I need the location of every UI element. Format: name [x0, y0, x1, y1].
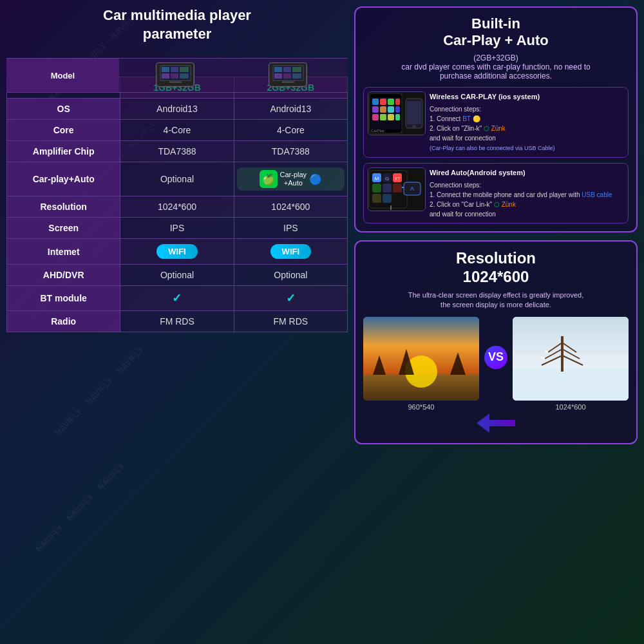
svg-rect-49	[383, 184, 392, 193]
zlink-icon: ⬡	[484, 125, 489, 132]
wifi-badge-1: WIFI	[156, 244, 197, 259]
svg-rect-30	[395, 106, 400, 113]
carplay-text: Car-play+Auto	[280, 171, 307, 187]
svg-rect-50	[393, 184, 402, 193]
val-bt-2: ✓	[234, 286, 347, 311]
label-internet: Intemet	[7, 239, 120, 265]
resolution-comparison: 960*540 VS	[363, 317, 629, 411]
svg-text:M: M	[375, 176, 379, 182]
val-internet-2: WIFI	[234, 239, 347, 265]
model-image-2	[269, 62, 307, 87]
table-row: Core 4-Core 4-Core	[7, 120, 348, 141]
right-panel: Built-in Car-Play + Auto (2GB+32GB) car …	[354, 6, 638, 638]
check-1: ✓	[172, 292, 182, 305]
carplay-badge: 🍏 Car-play+Auto 🔵	[237, 167, 345, 191]
label-carplay: Car-play+Auto	[7, 162, 120, 196]
vs-text: VS	[488, 350, 504, 364]
wireless-carplay-text: Wireless CAR-PLAY (ios system) Connectio…	[430, 91, 624, 153]
wired-auto-card: M G YT A	[363, 163, 629, 224]
svg-rect-29	[388, 106, 394, 113]
svg-rect-8	[180, 73, 189, 79]
svg-text:YT: YT	[395, 176, 401, 181]
res-image-left	[363, 317, 479, 401]
svg-rect-17	[283, 73, 291, 79]
resolution-section: Resolution 1024*600 The ultra-clear scre…	[354, 240, 638, 444]
svg-text:A: A	[410, 185, 414, 192]
table-row: OS Android13 Android13	[7, 99, 348, 120]
label-resolution: Resolution	[7, 196, 120, 218]
svg-rect-15	[292, 67, 301, 72]
wifi-badge-2: WIFI	[270, 244, 311, 259]
table-row: BT module ✓ ✓	[7, 286, 348, 311]
wired-auto-title: Wired Auto(Android system)	[430, 167, 624, 178]
svg-rect-36	[407, 101, 421, 124]
svg-rect-5	[180, 67, 189, 72]
svg-rect-26	[395, 99, 400, 105]
wired-auto-text: Wired Auto(Android system) Connection st…	[430, 167, 624, 220]
svg-rect-33	[388, 114, 394, 120]
label-model: Model	[6, 59, 119, 92]
val-carplay-1: Optional	[120, 162, 234, 196]
label-os: OS	[7, 99, 120, 120]
val-carplay-2: 🍏 Car-play+Auto 🔵	[234, 162, 347, 196]
val-model-2	[232, 60, 345, 91]
res-label-right: 1024*600	[513, 403, 629, 411]
svg-rect-19	[282, 81, 294, 83]
svg-text:G: G	[385, 176, 389, 182]
svg-rect-18	[292, 73, 301, 79]
svg-point-37	[412, 125, 416, 129]
usb-highlight: USB cable	[582, 191, 612, 198]
svg-rect-6	[162, 73, 169, 79]
val-core-1: 4-Core	[120, 120, 234, 141]
wireless-carplay-card: CarPlay Wireless CAR-PLAY (ios system) C…	[363, 87, 629, 158]
svg-rect-14	[283, 67, 291, 72]
val-res-1: 1024*600	[120, 196, 234, 218]
vs-badge: VS	[484, 346, 507, 369]
svg-rect-25	[388, 99, 394, 105]
val-amp-1: TDA7388	[120, 141, 234, 162]
svg-rect-9	[169, 81, 182, 83]
val-core-2: 4-Core	[234, 120, 347, 141]
val-amp-2: TDA7388	[234, 141, 347, 162]
table-row: Car-play+Auto Optional 🍏 Car-play+Auto 🔵	[7, 162, 348, 196]
wireless-carplay-title: Wireless CAR-PLAY (ios system)	[430, 91, 624, 102]
val-internet-1: WIFI	[120, 239, 234, 265]
carplay-icon: 🍏	[260, 170, 278, 188]
wireless-carplay-image: CarPlay	[368, 91, 426, 135]
label-radio: Radio	[7, 311, 120, 332]
svg-rect-31	[372, 114, 379, 120]
val-radio-2: FM RDS	[234, 311, 347, 332]
vs-decoration	[363, 413, 629, 435]
svg-rect-23	[372, 99, 379, 105]
svg-rect-64	[513, 368, 629, 401]
resolution-subtitle: The ultra-clear screen display effect is…	[363, 290, 629, 310]
svg-rect-27	[372, 106, 379, 113]
table-row: Resolution 1024*600 1024*600	[7, 196, 348, 218]
svg-rect-32	[380, 114, 386, 120]
wireless-carplay-steps: Connection steps: 1. Connect BT 🟡 2. Cli…	[430, 104, 624, 153]
val-bt-1: ✓	[120, 286, 234, 311]
res-label-left: 960*540	[363, 403, 479, 411]
label-ahd: AHD/DVR	[7, 265, 120, 286]
svg-rect-28	[380, 106, 386, 113]
model-image-1	[156, 62, 194, 87]
zlink-text: Zünk	[491, 125, 506, 132]
svg-rect-13	[274, 67, 282, 72]
model-row: Model	[6, 58, 348, 93]
val-res-2: 1024*600	[234, 196, 347, 218]
res-image-right	[513, 317, 629, 401]
table-row: Radio FM RDS FM RDS	[7, 311, 348, 332]
val-os-1: Android13	[120, 99, 234, 120]
auto-icon: 🔵	[309, 173, 322, 185]
carplay-section: Built-in Car-Play + Auto (2GB+32GB) car …	[354, 6, 638, 232]
table-title: Car multimedia player parameter	[6, 6, 348, 43]
svg-marker-74	[477, 413, 515, 433]
carplay-section-title: Built-in Car-Play + Auto	[363, 15, 629, 50]
svg-rect-7	[171, 73, 178, 79]
svg-rect-4	[171, 67, 178, 72]
val-screen-2: IPS	[234, 218, 347, 239]
table-row: AHD/DVR Optional Optional	[7, 265, 348, 286]
carplay-section-subtitle: (2GB+32GB) car dvd player comes with car…	[363, 53, 629, 80]
val-ahd-1: Optional	[120, 265, 234, 286]
svg-rect-16	[274, 73, 282, 79]
